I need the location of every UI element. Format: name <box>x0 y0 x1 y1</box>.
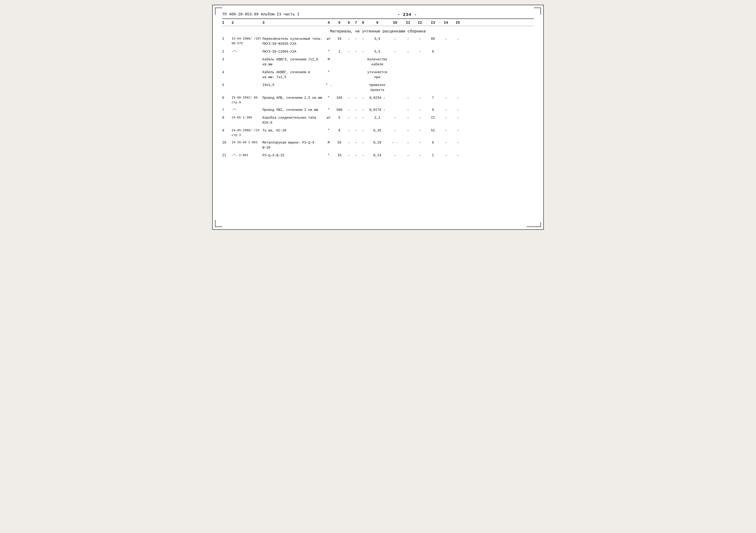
page-number: - 234 - <box>397 12 417 17</box>
cell-c8: – <box>360 153 366 158</box>
cell-c6: – <box>345 140 352 145</box>
corner-bracket-bl <box>215 220 222 227</box>
table-row: 6I5-09-I98I/ 86 стр.9Провод АПВ, сечение… <box>222 95 534 105</box>
cell-c7: – <box>352 153 360 158</box>
cell-c8: – <box>360 140 366 145</box>
section-title: Материалы, не учтенные расценками сборни… <box>222 26 534 36</box>
col-header-8: 8 <box>360 21 366 25</box>
cell-c7: – <box>352 140 360 145</box>
cell-c9: 0,I8 <box>366 140 388 145</box>
cell-num: IO <box>222 140 231 145</box>
cell-c12: – <box>414 37 426 42</box>
cell-num: 4 <box>222 70 231 75</box>
cell-c12: – <box>414 115 426 120</box>
cell-c5: 345 <box>334 96 345 100</box>
col-header-4: 4 <box>324 21 334 25</box>
cell-c7: – <box>352 107 360 113</box>
cell-ref: I5-04-I980/ /I07 06-575 <box>231 37 262 46</box>
cell-unit: шт <box>324 37 334 42</box>
cell-c13: 6 <box>426 140 440 145</box>
cell-c15: – <box>452 128 464 133</box>
cell-num: I <box>222 37 231 42</box>
cell-desc: Провод ПВI, сечением I кв.мм <box>262 107 324 113</box>
col-header-1: I <box>222 21 231 25</box>
corner-bracket-br <box>527 222 541 227</box>
cell-c7: – <box>352 37 360 42</box>
cell-c9: 5,5 <box>366 49 388 54</box>
cell-c15: – <box>452 96 464 100</box>
cell-c8: – <box>360 115 366 120</box>
cell-c9: 0,0I94 – <box>366 96 388 100</box>
col-header-2: 2 <box>231 21 262 25</box>
cell-c9: привязке проекта <box>366 83 388 93</box>
cell-desc: То же, КС-20 <box>262 128 324 133</box>
cell-desc: ПКУ3-58-С2004-У2А <box>262 49 324 54</box>
cell-c5: 5 <box>334 115 345 120</box>
cell-ref: –"– <box>231 49 262 54</box>
cell-desc: Кабель КВВГЭ, сечением 7xI,0 кв.мм <box>262 57 324 67</box>
cell-c13: 6 <box>426 49 440 54</box>
cell-c11: – <box>402 153 414 158</box>
cell-c10: – <box>388 128 402 133</box>
cell-desc: Коробка соединительная типа КСК-8 <box>262 115 324 125</box>
cell-c10: – <box>388 37 402 42</box>
col-header-5: 5 <box>334 21 345 25</box>
corner-bracket-tr <box>534 8 541 15</box>
data-rows-container: II5-04-I980/ /I07 06-575Переключатель ку… <box>222 36 534 160</box>
cell-ref: –"– I-06I <box>231 153 262 158</box>
table-row: IO24-I6-49 I-063Металлорукав марки: РЗ-Ц… <box>222 140 534 151</box>
col-header-3: 3 <box>262 21 324 25</box>
cell-c12: – <box>414 128 426 133</box>
cell-c9: 0,I4 <box>366 153 388 158</box>
cell-num: 8 <box>222 115 231 120</box>
table-row: 7–"–Провод ПВI, сечением I кв.мм"500–––0… <box>222 107 534 113</box>
cell-num: 5 <box>222 83 231 88</box>
cell-c9: 0,0I78 – <box>366 107 388 113</box>
cell-unit: М <box>324 57 334 62</box>
cell-unit: " <box>324 128 334 133</box>
cell-c14: – <box>440 107 452 113</box>
cell-c10: – · <box>388 140 402 145</box>
cell-c6: – <box>345 107 352 113</box>
cell-c15: – <box>452 37 464 42</box>
cell-c8: – <box>360 96 366 100</box>
cell-c13: I <box>426 153 440 158</box>
cell-num: II <box>222 153 231 158</box>
cell-c8: – <box>360 128 366 133</box>
cell-c11: – <box>402 115 414 120</box>
col-header-12: I2 <box>414 21 426 25</box>
cell-c7: – <box>352 49 360 54</box>
cell-desc: Переключатель кулачковый типа: ПКУ3-58-Ф… <box>262 37 324 46</box>
cell-c6: – <box>345 153 352 158</box>
cell-unit: М <box>324 140 334 145</box>
cell-c14: – <box>440 115 452 120</box>
cell-unit: " <box>324 70 334 75</box>
cell-c8: – <box>360 107 366 113</box>
cell-c12: – <box>414 107 426 113</box>
cell-c15: – <box>452 153 464 158</box>
col-header-6: 6 <box>345 21 352 25</box>
cell-c8: – <box>360 37 366 42</box>
cell-c13: 9 <box>426 107 440 113</box>
cell-c6: – <box>345 96 352 100</box>
cell-num: 3 <box>222 57 231 62</box>
cell-c14: – <box>440 96 452 100</box>
cell-c9: 5,5 <box>366 37 388 42</box>
cell-desc: Металлорукав марки: РЗ-Ц-Х-Ш-20 <box>262 140 324 150</box>
cell-num: 2 <box>222 49 231 54</box>
cell-desc: Кабель АКВВГ, сечением в кв.мм: 7x2,5 <box>262 70 324 80</box>
cell-c9: уточняется при <box>366 70 388 80</box>
cell-c7: – <box>352 115 360 120</box>
cell-c12: – <box>414 140 426 145</box>
cell-c14: – <box>440 140 452 145</box>
cell-ref: I5-09-I98I/ 86 стр.9 <box>231 96 262 105</box>
cell-unit: " <box>324 96 334 100</box>
table-row: 5I9x2,5" .привязке проекта <box>222 82 534 93</box>
cell-c13: II <box>426 115 440 120</box>
document-header: ТП 409-28-053.89 Альбом I3 часть I - 234… <box>222 12 534 19</box>
cell-c11: – <box>402 37 414 42</box>
cell-ref: 24-05 I-389 <box>231 115 262 120</box>
cell-c7: – <box>352 96 360 100</box>
cell-c15: – <box>452 115 464 120</box>
cell-ref: 24-I6-49 I-063 <box>231 140 262 145</box>
